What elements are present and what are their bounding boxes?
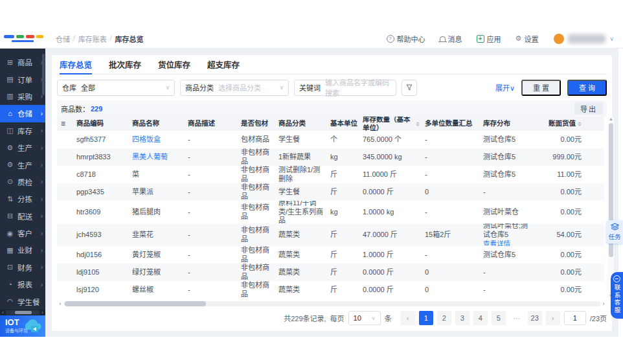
sidebar-item-student-meal[interactable]: ◠学生餐 <box>0 293 45 310</box>
sidebar-item-business-finance[interactable]: ▦业财› <box>0 242 45 258</box>
table-row[interactable]: hmrpt3833黑美人葡萄-非包材商品1新鲜蔬果kg345.0000 kg-测… <box>57 148 604 166</box>
sidebar-item-delivery[interactable]: ⊟配送› <box>0 208 45 225</box>
warehouse-select[interactable]: 仓库 全部 ∨ <box>57 80 175 96</box>
page-button-5[interactable]: 5 <box>492 311 506 325</box>
tab-inventory-overview[interactable]: 库存总览 <box>60 55 92 74</box>
keyword-input[interactable]: 关键词 输入商品名字或编码搜索 <box>294 80 396 96</box>
advanced-filter-button[interactable] <box>402 80 417 96</box>
goods-count-value[interactable]: 229 <box>91 105 102 113</box>
page-button-2[interactable]: 2 <box>437 311 451 325</box>
column-header: 库存均价 <box>596 117 604 131</box>
sidebar-item-goods[interactable]: ⊞商品› <box>0 54 45 71</box>
sidebar-scroll-track[interactable] <box>6 310 40 315</box>
table-row[interactable]: hdj0156黄灯笼椒-非包材商品蔬菜类斤1.0000 斤-测试仓库50.00元… <box>57 246 604 264</box>
category-select[interactable]: 商品分类 选择商品分类 ∨ <box>180 80 289 96</box>
sidebar-item-label: 库存 <box>17 126 38 136</box>
topbar-action-settings[interactable]: ⚙设置 <box>515 34 539 44</box>
vscroll-track[interactable] <box>609 122 613 293</box>
reports-icon: ◔ <box>6 280 14 288</box>
cell-avg: 1.00元 <box>596 166 604 183</box>
sidebar-item-orders[interactable]: ▤订单› <box>0 71 45 87</box>
search-button[interactable]: 查询 <box>567 80 607 96</box>
table-row[interactable]: pgp3435苹果派-非包材商品学生餐斤0.0000 斤0-0.00元9.00元 <box>57 183 604 201</box>
sort-icon[interactable] <box>578 122 582 126</box>
product-name-link[interactable]: 四格饭盒 <box>132 135 161 144</box>
sidebar-item-production-2[interactable]: ⚙生产› <box>0 156 45 173</box>
page-button-4[interactable]: 4 <box>473 311 488 325</box>
chevron-right-icon: › <box>41 196 43 203</box>
iot-banner[interactable]: IOT 设备与环境 <box>0 315 45 337</box>
cell-desc: - <box>184 201 237 223</box>
product-name: 黄灯笼椒 <box>132 251 161 260</box>
scroll-left-icon[interactable]: ‹ <box>0 310 6 315</box>
apps-label: 应用 <box>487 34 501 44</box>
tab-slot-inventory[interactable]: 货位库存 <box>158 55 190 74</box>
funnel-icon <box>406 84 413 91</box>
cell-dist: 测试仓库5 <box>479 148 535 166</box>
breadcrumb-item[interactable]: 仓储 <box>56 34 70 44</box>
avatar[interactable] <box>554 34 564 44</box>
sort-icon[interactable] <box>416 122 420 126</box>
sidebar-item-inventory[interactable]: ◫库存› <box>0 122 45 139</box>
sidebar-item-customers[interactable]: ◉客户› <box>0 225 45 242</box>
tab-overdraft-inventory[interactable]: 超支库存 <box>207 55 240 74</box>
topbar-action-apps[interactable]: +应用 <box>477 34 501 44</box>
column-settings-icon[interactable]: ≡ <box>61 119 65 129</box>
tab-batch-inventory[interactable]: 批次库存 <box>109 55 141 74</box>
page-button-1[interactable]: 1 <box>419 311 433 325</box>
per-page-select[interactable]: 10 ∨ <box>348 311 381 325</box>
cell-multi: - <box>421 201 479 223</box>
view-details-link[interactable]: 查看详情 <box>483 240 534 246</box>
table-row[interactable]: ldj9105绿灯笼椒-非包材商品蔬菜类斤0.0000 斤0-0.00元0.00… <box>57 264 604 281</box>
sidebar-item-finance[interactable]: ⊡财务› <box>0 259 45 276</box>
scroll-left-icon[interactable]: ‹ <box>57 301 63 307</box>
column-settings-cell[interactable]: ≡ <box>57 117 73 131</box>
sidebar-item-quality-check[interactable]: ⊙质检› <box>0 174 45 190</box>
hscroll-thumb[interactable] <box>65 301 206 306</box>
table-row[interactable]: htr3609猪后腿肉-非包材商品原料11/干调类/生生系列商品kg1.0000… <box>57 201 604 223</box>
sidebar-horizontal-scrollbar[interactable]: ‹ › <box>0 310 45 315</box>
table-row[interactable]: sgfh5377四格饭盒-包材商品学生餐个765.0000 个-测试仓库50.0… <box>57 131 604 148</box>
sidebar-vertical-scrollbar[interactable] <box>42 54 45 95</box>
topbar-action-help-center[interactable]: ?帮助中心 <box>387 34 425 44</box>
table-row[interactable]: c8718菜-非包材商品测试删除1/测删除斤11.0000 斤-测试仓库511.… <box>57 166 604 183</box>
scroll-up-icon[interactable]: ▲ <box>609 117 613 122</box>
chevron-right-icon: › <box>41 264 43 271</box>
sidebar-item-sorting[interactable]: ⇅分拣› <box>0 190 45 207</box>
export-button[interactable]: 导出 <box>574 102 603 115</box>
topbar-action-messages[interactable]: 消息 <box>440 34 462 44</box>
user-menu[interactable]: ∨ <box>554 34 614 44</box>
table-row[interactable]: lsj9120螺丝椒-非包材商品蔬菜类斤0.0000 斤0-0.00元0.00元 <box>57 281 604 299</box>
distribution-text: 测试叶菜仓;测试仓库5 <box>483 223 534 240</box>
sidebar-scroll-thumb[interactable] <box>15 311 32 314</box>
tasks-widget[interactable]: 任务 <box>606 220 623 244</box>
page-button-3[interactable]: 3 <box>455 311 470 325</box>
sidebar-item-production-1[interactable]: ⚙生产› <box>0 139 45 156</box>
page-button-23[interactable]: 23 <box>528 311 542 325</box>
category-placeholder: 选择商品分类 <box>218 82 261 93</box>
breadcrumb-item[interactable]: 库存账表 <box>78 34 107 44</box>
table-row[interactable]: jch4593韭菜花-非包材商品蔬菜类斤47.0000 斤15箱2斤测试叶菜仓;… <box>57 223 604 246</box>
cell-code: hdj0156 <box>73 246 128 264</box>
pagination: 共229条记录, 每页 10 ∨ 条 ‹ 12345···23 › /23页 <box>57 307 607 329</box>
brand-logo[interactable] <box>0 29 45 49</box>
expand-toggle[interactable]: 展开∨ <box>495 82 515 93</box>
sidebar-item-reports[interactable]: ◔报表› <box>0 276 45 293</box>
scroll-right-icon[interactable]: › <box>600 301 607 307</box>
page-jump-input[interactable] <box>564 311 586 325</box>
prev-page-button[interactable]: ‹ <box>401 311 415 325</box>
next-page-button[interactable]: › <box>546 311 560 325</box>
table-vertical-scrollbar[interactable]: ▲ ▼ <box>608 117 614 299</box>
product-name-link[interactable]: 黑美人葡萄 <box>132 153 168 162</box>
breadcrumb-item[interactable]: 库存总览 <box>115 34 144 44</box>
reset-button[interactable]: 重置 <box>521 80 561 96</box>
scroll-right-icon[interactable]: › <box>40 310 45 315</box>
sidebar-item-warehouse[interactable]: ⌂仓储› <box>0 105 45 122</box>
column-header: 多单位数量汇总 <box>421 117 479 131</box>
hscroll-track[interactable] <box>63 301 600 306</box>
cell-name: 绿灯笼椒 <box>128 264 184 281</box>
sidebar-item-purchase[interactable]: ▥采购› <box>0 88 45 105</box>
purchase-icon: ▥ <box>6 92 14 100</box>
customer-service-widget[interactable]: 联系客服 <box>611 272 623 319</box>
chevron-right-icon: › <box>41 212 43 220</box>
